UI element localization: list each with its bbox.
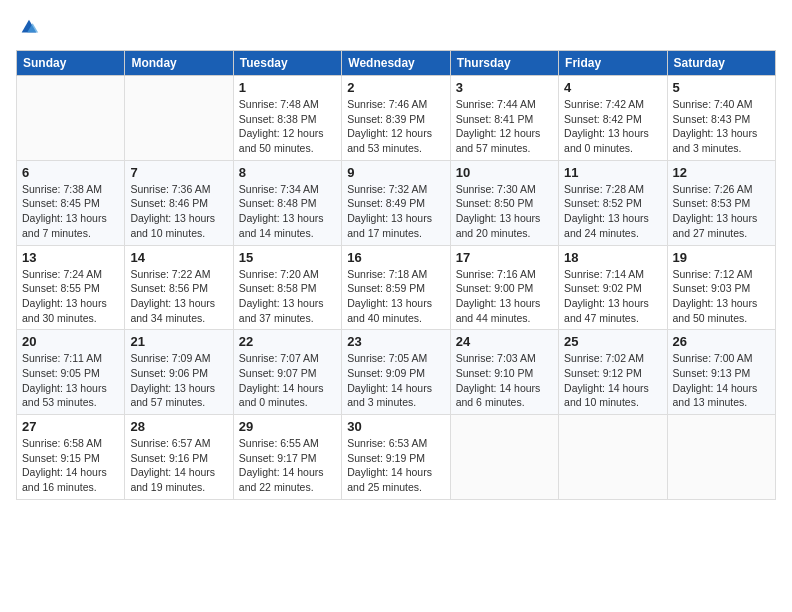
weekday-header-sunday: Sunday xyxy=(17,51,125,76)
day-number: 19 xyxy=(673,250,770,265)
weekday-header-friday: Friday xyxy=(559,51,667,76)
weekday-header-monday: Monday xyxy=(125,51,233,76)
calendar-cell: 19Sunrise: 7:12 AMSunset: 9:03 PMDayligh… xyxy=(667,245,775,330)
day-number: 1 xyxy=(239,80,336,95)
calendar-cell: 24Sunrise: 7:03 AMSunset: 9:10 PMDayligh… xyxy=(450,330,558,415)
day-info: Sunrise: 7:34 AMSunset: 8:48 PMDaylight:… xyxy=(239,182,336,241)
calendar-cell: 5Sunrise: 7:40 AMSunset: 8:43 PMDaylight… xyxy=(667,76,775,161)
calendar-cell: 22Sunrise: 7:07 AMSunset: 9:07 PMDayligh… xyxy=(233,330,341,415)
calendar-cell: 27Sunrise: 6:58 AMSunset: 9:15 PMDayligh… xyxy=(17,415,125,500)
day-number: 26 xyxy=(673,334,770,349)
weekday-header-row: SundayMondayTuesdayWednesdayThursdayFrid… xyxy=(17,51,776,76)
day-number: 21 xyxy=(130,334,227,349)
day-info: Sunrise: 7:44 AMSunset: 8:41 PMDaylight:… xyxy=(456,97,553,156)
day-number: 20 xyxy=(22,334,119,349)
day-info: Sunrise: 7:07 AMSunset: 9:07 PMDaylight:… xyxy=(239,351,336,410)
day-info: Sunrise: 6:53 AMSunset: 9:19 PMDaylight:… xyxy=(347,436,444,495)
calendar-cell: 13Sunrise: 7:24 AMSunset: 8:55 PMDayligh… xyxy=(17,245,125,330)
calendar-cell: 12Sunrise: 7:26 AMSunset: 8:53 PMDayligh… xyxy=(667,160,775,245)
calendar-cell: 3Sunrise: 7:44 AMSunset: 8:41 PMDaylight… xyxy=(450,76,558,161)
calendar-cell xyxy=(125,76,233,161)
calendar-cell: 17Sunrise: 7:16 AMSunset: 9:00 PMDayligh… xyxy=(450,245,558,330)
day-info: Sunrise: 7:46 AMSunset: 8:39 PMDaylight:… xyxy=(347,97,444,156)
day-info: Sunrise: 7:00 AMSunset: 9:13 PMDaylight:… xyxy=(673,351,770,410)
day-number: 17 xyxy=(456,250,553,265)
day-info: Sunrise: 6:57 AMSunset: 9:16 PMDaylight:… xyxy=(130,436,227,495)
calendar-cell: 18Sunrise: 7:14 AMSunset: 9:02 PMDayligh… xyxy=(559,245,667,330)
page-header xyxy=(16,16,776,38)
day-info: Sunrise: 7:26 AMSunset: 8:53 PMDaylight:… xyxy=(673,182,770,241)
day-number: 8 xyxy=(239,165,336,180)
day-number: 15 xyxy=(239,250,336,265)
day-info: Sunrise: 7:36 AMSunset: 8:46 PMDaylight:… xyxy=(130,182,227,241)
day-info: Sunrise: 7:12 AMSunset: 9:03 PMDaylight:… xyxy=(673,267,770,326)
day-number: 27 xyxy=(22,419,119,434)
calendar-cell: 26Sunrise: 7:00 AMSunset: 9:13 PMDayligh… xyxy=(667,330,775,415)
calendar-cell: 25Sunrise: 7:02 AMSunset: 9:12 PMDayligh… xyxy=(559,330,667,415)
day-info: Sunrise: 7:16 AMSunset: 9:00 PMDaylight:… xyxy=(456,267,553,326)
day-info: Sunrise: 7:09 AMSunset: 9:06 PMDaylight:… xyxy=(130,351,227,410)
calendar-cell: 1Sunrise: 7:48 AMSunset: 8:38 PMDaylight… xyxy=(233,76,341,161)
calendar-cell: 30Sunrise: 6:53 AMSunset: 9:19 PMDayligh… xyxy=(342,415,450,500)
day-number: 13 xyxy=(22,250,119,265)
calendar-cell xyxy=(667,415,775,500)
calendar-cell xyxy=(450,415,558,500)
calendar-cell: 28Sunrise: 6:57 AMSunset: 9:16 PMDayligh… xyxy=(125,415,233,500)
calendar-cell: 11Sunrise: 7:28 AMSunset: 8:52 PMDayligh… xyxy=(559,160,667,245)
calendar-cell: 10Sunrise: 7:30 AMSunset: 8:50 PMDayligh… xyxy=(450,160,558,245)
calendar-cell xyxy=(17,76,125,161)
day-number: 6 xyxy=(22,165,119,180)
day-number: 30 xyxy=(347,419,444,434)
day-info: Sunrise: 7:11 AMSunset: 9:05 PMDaylight:… xyxy=(22,351,119,410)
calendar-cell: 15Sunrise: 7:20 AMSunset: 8:58 PMDayligh… xyxy=(233,245,341,330)
weekday-header-saturday: Saturday xyxy=(667,51,775,76)
calendar-week-4: 20Sunrise: 7:11 AMSunset: 9:05 PMDayligh… xyxy=(17,330,776,415)
weekday-header-tuesday: Tuesday xyxy=(233,51,341,76)
calendar-cell xyxy=(559,415,667,500)
day-number: 7 xyxy=(130,165,227,180)
day-number: 5 xyxy=(673,80,770,95)
calendar-cell: 9Sunrise: 7:32 AMSunset: 8:49 PMDaylight… xyxy=(342,160,450,245)
day-info: Sunrise: 7:22 AMSunset: 8:56 PMDaylight:… xyxy=(130,267,227,326)
calendar-cell: 23Sunrise: 7:05 AMSunset: 9:09 PMDayligh… xyxy=(342,330,450,415)
day-number: 4 xyxy=(564,80,661,95)
day-number: 12 xyxy=(673,165,770,180)
calendar-cell: 4Sunrise: 7:42 AMSunset: 8:42 PMDaylight… xyxy=(559,76,667,161)
calendar-cell: 2Sunrise: 7:46 AMSunset: 8:39 PMDaylight… xyxy=(342,76,450,161)
day-number: 14 xyxy=(130,250,227,265)
day-info: Sunrise: 7:42 AMSunset: 8:42 PMDaylight:… xyxy=(564,97,661,156)
day-info: Sunrise: 7:05 AMSunset: 9:09 PMDaylight:… xyxy=(347,351,444,410)
day-info: Sunrise: 7:02 AMSunset: 9:12 PMDaylight:… xyxy=(564,351,661,410)
day-number: 25 xyxy=(564,334,661,349)
day-info: Sunrise: 7:30 AMSunset: 8:50 PMDaylight:… xyxy=(456,182,553,241)
day-number: 23 xyxy=(347,334,444,349)
day-info: Sunrise: 7:20 AMSunset: 8:58 PMDaylight:… xyxy=(239,267,336,326)
weekday-header-thursday: Thursday xyxy=(450,51,558,76)
day-info: Sunrise: 7:48 AMSunset: 8:38 PMDaylight:… xyxy=(239,97,336,156)
weekday-header-wednesday: Wednesday xyxy=(342,51,450,76)
day-info: Sunrise: 7:14 AMSunset: 9:02 PMDaylight:… xyxy=(564,267,661,326)
day-number: 3 xyxy=(456,80,553,95)
day-number: 9 xyxy=(347,165,444,180)
day-info: Sunrise: 6:55 AMSunset: 9:17 PMDaylight:… xyxy=(239,436,336,495)
day-info: Sunrise: 7:18 AMSunset: 8:59 PMDaylight:… xyxy=(347,267,444,326)
day-number: 16 xyxy=(347,250,444,265)
calendar-week-2: 6Sunrise: 7:38 AMSunset: 8:45 PMDaylight… xyxy=(17,160,776,245)
calendar-cell: 14Sunrise: 7:22 AMSunset: 8:56 PMDayligh… xyxy=(125,245,233,330)
day-number: 18 xyxy=(564,250,661,265)
day-info: Sunrise: 7:03 AMSunset: 9:10 PMDaylight:… xyxy=(456,351,553,410)
calendar-table: SundayMondayTuesdayWednesdayThursdayFrid… xyxy=(16,50,776,500)
day-number: 10 xyxy=(456,165,553,180)
calendar-cell: 7Sunrise: 7:36 AMSunset: 8:46 PMDaylight… xyxy=(125,160,233,245)
calendar-cell: 21Sunrise: 7:09 AMSunset: 9:06 PMDayligh… xyxy=(125,330,233,415)
calendar-cell: 8Sunrise: 7:34 AMSunset: 8:48 PMDaylight… xyxy=(233,160,341,245)
day-number: 29 xyxy=(239,419,336,434)
day-number: 22 xyxy=(239,334,336,349)
day-number: 24 xyxy=(456,334,553,349)
calendar-cell: 16Sunrise: 7:18 AMSunset: 8:59 PMDayligh… xyxy=(342,245,450,330)
logo xyxy=(16,16,40,38)
calendar-week-5: 27Sunrise: 6:58 AMSunset: 9:15 PMDayligh… xyxy=(17,415,776,500)
day-info: Sunrise: 7:24 AMSunset: 8:55 PMDaylight:… xyxy=(22,267,119,326)
day-info: Sunrise: 6:58 AMSunset: 9:15 PMDaylight:… xyxy=(22,436,119,495)
calendar-cell: 6Sunrise: 7:38 AMSunset: 8:45 PMDaylight… xyxy=(17,160,125,245)
